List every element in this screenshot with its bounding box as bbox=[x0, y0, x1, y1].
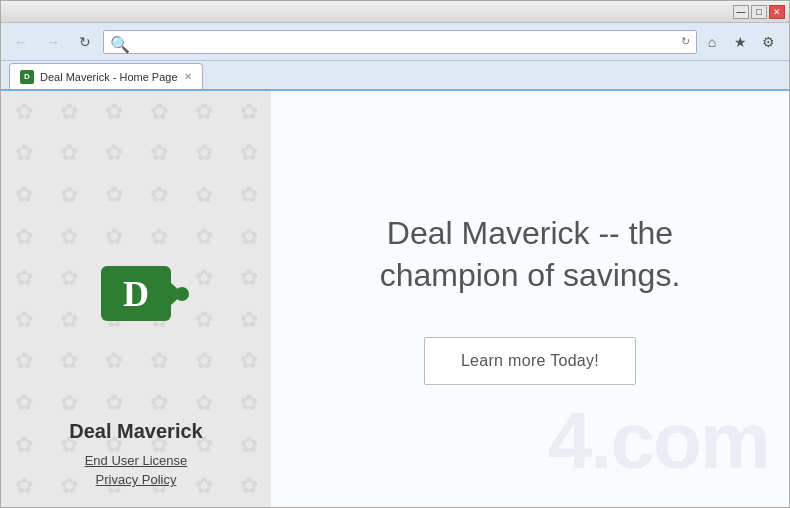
logo-container: D bbox=[101, 266, 171, 321]
eula-link[interactable]: End User License bbox=[85, 453, 188, 468]
pattern-cell: ✿ bbox=[46, 299, 91, 341]
pattern-cell: ✿ bbox=[136, 341, 181, 383]
pattern-cell: ✿ bbox=[226, 424, 271, 466]
pattern-cell: ✿ bbox=[181, 174, 226, 216]
address-bar[interactable]: 🔍 ↻ bbox=[103, 30, 697, 54]
favorites-button[interactable]: ★ bbox=[729, 31, 751, 53]
tab-title: Deal Maverick - Home Page bbox=[40, 71, 178, 83]
pattern-cell: ✿ bbox=[181, 382, 226, 424]
pattern-cell: ✿ bbox=[46, 174, 91, 216]
active-tab[interactable]: D Deal Maverick - Home Page ✕ bbox=[9, 63, 203, 89]
address-refresh-icon[interactable]: ↻ bbox=[681, 35, 690, 48]
pattern-cell: ✿ bbox=[136, 91, 181, 133]
settings-button[interactable]: ⚙ bbox=[757, 31, 779, 53]
pattern-cell: ✿ bbox=[1, 382, 46, 424]
pattern-cell: ✿ bbox=[1, 341, 46, 383]
pattern-cell: ✿ bbox=[1, 299, 46, 341]
pattern-cell: ✿ bbox=[1, 257, 46, 299]
pattern-cell: ✿ bbox=[181, 133, 226, 175]
tab-bar: D Deal Maverick - Home Page ✕ bbox=[1, 61, 789, 91]
maximize-button[interactable]: □ bbox=[751, 5, 767, 19]
pattern-cell: ✿ bbox=[46, 133, 91, 175]
heading-line2: champion of savings. bbox=[380, 257, 681, 293]
browser-toolbar: ← → ↻ 🔍 ↻ ⌂ ★ ⚙ bbox=[1, 23, 789, 61]
pattern-cell: ✿ bbox=[226, 257, 271, 299]
pattern-cell: ✿ bbox=[226, 382, 271, 424]
pattern-cell: ✿ bbox=[91, 382, 136, 424]
forward-button[interactable]: → bbox=[39, 28, 67, 56]
pattern-cell: ✿ bbox=[226, 341, 271, 383]
watermark: 4.com bbox=[548, 395, 769, 487]
pattern-cell: ✿ bbox=[91, 91, 136, 133]
pattern-cell: ✿ bbox=[46, 341, 91, 383]
pattern-cell: ✿ bbox=[1, 133, 46, 175]
logo-badge: D bbox=[101, 266, 171, 321]
pattern-cell: ✿ bbox=[226, 216, 271, 258]
pattern-cell: ✿ bbox=[226, 91, 271, 133]
pattern-cell: ✿ bbox=[1, 465, 46, 507]
privacy-link[interactable]: Privacy Policy bbox=[96, 472, 177, 487]
pattern-cell: ✿ bbox=[181, 299, 226, 341]
heading-line1: Deal Maverick -- the bbox=[387, 215, 673, 251]
learn-more-button[interactable]: Learn more Today! bbox=[424, 337, 636, 385]
back-button[interactable]: ← bbox=[7, 28, 35, 56]
pattern-cell: ✿ bbox=[226, 299, 271, 341]
pattern-cell: ✿ bbox=[181, 341, 226, 383]
main-content: 4.com Deal Maverick -- the champion of s… bbox=[271, 91, 789, 507]
address-security-icon: 🔍 bbox=[110, 35, 124, 49]
sidebar-app-title: Deal Maverick bbox=[69, 420, 202, 443]
pattern-cell: ✿ bbox=[226, 133, 271, 175]
pattern-cell: ✿ bbox=[46, 91, 91, 133]
browser-window: — □ ✕ ← → ↻ 🔍 ↻ ⌂ ★ ⚙ D bbox=[0, 0, 790, 508]
pattern-cell: ✿ bbox=[91, 133, 136, 175]
pattern-cell: ✿ bbox=[136, 174, 181, 216]
pattern-cell: ✿ bbox=[136, 133, 181, 175]
pattern-cell: ✿ bbox=[1, 91, 46, 133]
content-area: ✿ ✿ ✿ ✿ ✿ ✿ ✿ ✿ ✿ ✿ ✿ ✿ ✿ ✿ ✿ ✿ ✿ ✿ ✿ ✿ bbox=[1, 91, 789, 507]
tab-favicon: D bbox=[20, 70, 34, 84]
pattern-cell: ✿ bbox=[181, 91, 226, 133]
pattern-cell: ✿ bbox=[1, 216, 46, 258]
title-bar: — □ ✕ bbox=[1, 1, 789, 23]
pattern-cell: ✿ bbox=[181, 216, 226, 258]
pattern-cell: ✿ bbox=[1, 424, 46, 466]
pattern-cell: ✿ bbox=[226, 174, 271, 216]
sidebar-links: Deal Maverick End User License Privacy P… bbox=[69, 420, 202, 487]
pattern-cell: ✿ bbox=[136, 216, 181, 258]
toolbar-actions: ⌂ ★ ⚙ bbox=[701, 31, 783, 53]
window-controls: — □ ✕ bbox=[733, 5, 785, 19]
pattern-cell: ✿ bbox=[91, 341, 136, 383]
sidebar: ✿ ✿ ✿ ✿ ✿ ✿ ✿ ✿ ✿ ✿ ✿ ✿ ✿ ✿ ✿ ✿ ✿ ✿ ✿ ✿ bbox=[1, 91, 271, 507]
home-button[interactable]: ⌂ bbox=[701, 31, 723, 53]
pattern-cell: ✿ bbox=[46, 216, 91, 258]
pattern-cell: ✿ bbox=[1, 174, 46, 216]
minimize-button[interactable]: — bbox=[733, 5, 749, 19]
pattern-cell: ✿ bbox=[136, 382, 181, 424]
pattern-cell: ✿ bbox=[91, 174, 136, 216]
main-heading: Deal Maverick -- the champion of savings… bbox=[380, 213, 681, 296]
tab-close-button[interactable]: ✕ bbox=[184, 71, 192, 82]
pattern-cell: ✿ bbox=[46, 257, 91, 299]
address-input[interactable] bbox=[128, 36, 677, 48]
close-button[interactable]: ✕ bbox=[769, 5, 785, 19]
pattern-cell: ✿ bbox=[91, 216, 136, 258]
pattern-cell: ✿ bbox=[46, 382, 91, 424]
logo-letter: D bbox=[123, 273, 149, 315]
pattern-cell: ✿ bbox=[226, 465, 271, 507]
refresh-button[interactable]: ↻ bbox=[71, 28, 99, 56]
